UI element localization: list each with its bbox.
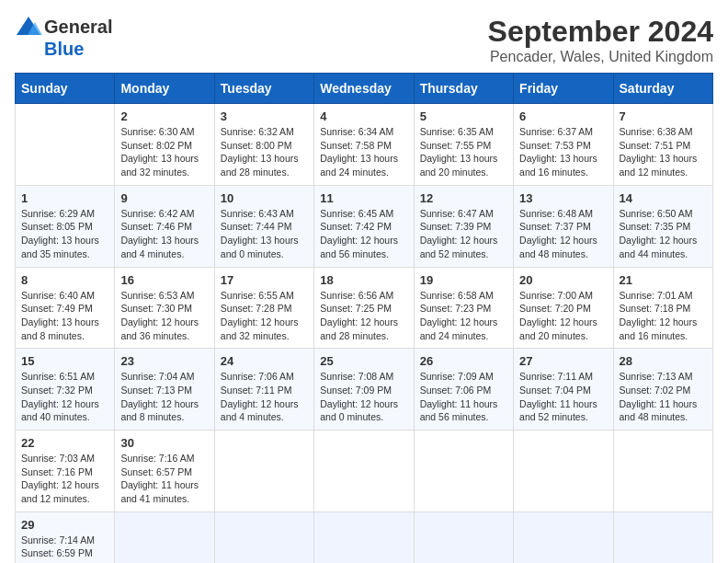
day-info: Sunrise: 6:43 AMSunset: 7:44 PMDaylight:… — [221, 207, 308, 261]
calendar-cell: 19Sunrise: 6:58 AMSunset: 7:23 PMDayligh… — [414, 267, 513, 349]
calendar-cell: 14Sunrise: 6:50 AMSunset: 7:35 PMDayligh… — [613, 185, 712, 267]
calendar-cell: 7Sunrise: 6:38 AMSunset: 7:51 PMDaylight… — [613, 104, 712, 186]
day-number: 5 — [420, 109, 507, 123]
day-info: Sunrise: 7:01 AMSunset: 7:18 PMDaylight:… — [620, 289, 707, 343]
calendar-table: SundayMondayTuesdayWednesdayThursdayFrid… — [15, 73, 713, 563]
calendar-cell — [16, 104, 115, 186]
day-info: Sunrise: 6:56 AMSunset: 7:25 PMDaylight:… — [320, 289, 407, 343]
location-subtitle: Pencader, Wales, United Kingdom — [488, 49, 713, 65]
calendar-cell — [514, 511, 613, 563]
day-number: 30 — [120, 436, 208, 450]
calendar-cell: 1Sunrise: 6:29 AMSunset: 8:05 PMDaylight… — [16, 185, 115, 267]
day-info: Sunrise: 6:58 AMSunset: 7:23 PMDaylight:… — [420, 289, 507, 343]
day-number: 14 — [620, 191, 707, 205]
day-info: Sunrise: 7:13 AMSunset: 7:02 PMDaylight:… — [620, 370, 707, 424]
day-number: 17 — [221, 273, 308, 287]
day-number: 21 — [620, 273, 707, 287]
title-section: September 2024 Pencader, Wales, United K… — [488, 15, 713, 65]
calendar-cell — [115, 511, 214, 563]
column-header-saturday: Saturday — [613, 74, 712, 104]
day-info: Sunrise: 7:08 AMSunset: 7:09 PMDaylight:… — [320, 370, 407, 424]
day-number: 12 — [420, 191, 507, 205]
calendar-cell: 15Sunrise: 6:51 AMSunset: 7:32 PMDayligh… — [16, 349, 115, 431]
day-info: Sunrise: 6:47 AMSunset: 7:39 PMDaylight:… — [420, 207, 507, 261]
calendar-cell: 4Sunrise: 6:34 AMSunset: 7:58 PMDaylight… — [314, 104, 414, 186]
calendar-cell: 24Sunrise: 7:06 AMSunset: 7:11 PMDayligh… — [214, 349, 313, 431]
calendar-cell — [613, 511, 712, 563]
day-info: Sunrise: 6:34 AMSunset: 7:58 PMDaylight:… — [320, 125, 407, 179]
calendar-cell: 9Sunrise: 6:42 AMSunset: 7:46 PMDaylight… — [115, 185, 214, 267]
day-number: 24 — [221, 354, 308, 368]
day-info: Sunrise: 6:29 AMSunset: 8:05 PMDaylight:… — [21, 207, 108, 261]
calendar-cell — [613, 431, 712, 512]
calendar-cell: 17Sunrise: 6:55 AMSunset: 7:28 PMDayligh… — [214, 267, 313, 349]
day-info: Sunrise: 6:42 AMSunset: 7:46 PMDaylight:… — [120, 207, 208, 261]
day-number: 18 — [320, 273, 407, 287]
column-header-thursday: Thursday — [414, 74, 513, 104]
calendar-cell: 23Sunrise: 7:04 AMSunset: 7:13 PMDayligh… — [115, 349, 214, 431]
day-info: Sunrise: 6:40 AMSunset: 7:49 PMDaylight:… — [21, 289, 108, 343]
day-number: 9 — [120, 191, 208, 205]
logo-icon — [15, 15, 42, 39]
calendar-cell: 22Sunrise: 7:03 AMSunset: 7:16 PMDayligh… — [16, 431, 115, 512]
column-header-sunday: Sunday — [16, 74, 115, 104]
day-number: 1 — [21, 191, 108, 205]
calendar-cell — [414, 431, 513, 512]
calendar-cell: 8Sunrise: 6:40 AMSunset: 7:49 PMDaylight… — [16, 267, 115, 349]
day-info: Sunrise: 6:53 AMSunset: 7:30 PMDaylight:… — [120, 289, 208, 343]
calendar-cell — [514, 431, 613, 512]
day-info: Sunrise: 6:45 AMSunset: 7:42 PMDaylight:… — [320, 207, 407, 261]
calendar-cell: 26Sunrise: 7:09 AMSunset: 7:06 PMDayligh… — [414, 349, 513, 431]
day-info: Sunrise: 6:30 AMSunset: 8:02 PMDaylight:… — [120, 125, 208, 179]
column-header-monday: Monday — [115, 74, 214, 104]
day-info: Sunrise: 6:48 AMSunset: 7:37 PMDaylight:… — [519, 207, 607, 261]
calendar-cell: 12Sunrise: 6:47 AMSunset: 7:39 PMDayligh… — [414, 185, 513, 267]
day-number: 29 — [21, 518, 108, 532]
calendar-cell: 3Sunrise: 6:32 AMSunset: 8:00 PMDaylight… — [214, 104, 313, 186]
column-header-wednesday: Wednesday — [314, 74, 414, 104]
day-number: 4 — [320, 109, 407, 123]
logo-general: General — [44, 17, 112, 38]
page-header: General Blue September 2024 Pencader, Wa… — [15, 15, 713, 65]
calendar-cell: 18Sunrise: 6:56 AMSunset: 7:25 PMDayligh… — [314, 267, 414, 349]
calendar-cell: 10Sunrise: 6:43 AMSunset: 7:44 PMDayligh… — [214, 185, 313, 267]
day-number: 16 — [120, 273, 208, 287]
day-info: Sunrise: 7:00 AMSunset: 7:20 PMDaylight:… — [519, 289, 607, 343]
day-number: 28 — [620, 354, 707, 368]
calendar-cell: 28Sunrise: 7:13 AMSunset: 7:02 PMDayligh… — [613, 349, 712, 431]
calendar-cell — [214, 511, 313, 563]
calendar-cell: 5Sunrise: 6:35 AMSunset: 7:55 PMDaylight… — [414, 104, 513, 186]
day-number: 3 — [221, 109, 308, 123]
calendar-cell: 16Sunrise: 6:53 AMSunset: 7:30 PMDayligh… — [115, 267, 214, 349]
day-info: Sunrise: 7:04 AMSunset: 7:13 PMDaylight:… — [120, 370, 208, 424]
day-number: 7 — [620, 109, 707, 123]
calendar-cell: 21Sunrise: 7:01 AMSunset: 7:18 PMDayligh… — [613, 267, 712, 349]
calendar-cell: 20Sunrise: 7:00 AMSunset: 7:20 PMDayligh… — [514, 267, 613, 349]
day-number: 25 — [320, 354, 407, 368]
day-number: 2 — [120, 109, 208, 123]
calendar-cell: 6Sunrise: 6:37 AMSunset: 7:53 PMDaylight… — [514, 104, 613, 186]
day-number: 19 — [420, 273, 507, 287]
calendar-cell: 2Sunrise: 6:30 AMSunset: 8:02 PMDaylight… — [115, 104, 214, 186]
column-header-tuesday: Tuesday — [214, 74, 313, 104]
logo-blue: Blue — [44, 39, 84, 60]
day-number: 23 — [120, 354, 208, 368]
logo: General Blue — [15, 15, 112, 60]
calendar-cell — [214, 431, 313, 512]
day-info: Sunrise: 6:37 AMSunset: 7:53 PMDaylight:… — [519, 125, 607, 179]
calendar-cell: 30Sunrise: 7:16 AMSunset: 6:57 PMDayligh… — [115, 431, 214, 512]
day-info: Sunrise: 6:35 AMSunset: 7:55 PMDaylight:… — [420, 125, 507, 179]
calendar-cell — [314, 511, 414, 563]
day-number: 6 — [519, 109, 607, 123]
day-info: Sunrise: 7:16 AMSunset: 6:57 PMDaylight:… — [120, 452, 208, 506]
column-header-friday: Friday — [514, 74, 613, 104]
day-info: Sunrise: 7:09 AMSunset: 7:06 PMDaylight:… — [420, 370, 507, 424]
day-info: Sunrise: 7:03 AMSunset: 7:16 PMDaylight:… — [21, 452, 108, 506]
calendar-cell: 25Sunrise: 7:08 AMSunset: 7:09 PMDayligh… — [314, 349, 414, 431]
calendar-cell: 11Sunrise: 6:45 AMSunset: 7:42 PMDayligh… — [314, 185, 414, 267]
day-info: Sunrise: 7:06 AMSunset: 7:11 PMDaylight:… — [221, 370, 308, 424]
day-number: 10 — [221, 191, 308, 205]
day-info: Sunrise: 6:32 AMSunset: 8:00 PMDaylight:… — [221, 125, 308, 179]
day-number: 20 — [519, 273, 607, 287]
calendar-cell: 27Sunrise: 7:11 AMSunset: 7:04 PMDayligh… — [514, 349, 613, 431]
